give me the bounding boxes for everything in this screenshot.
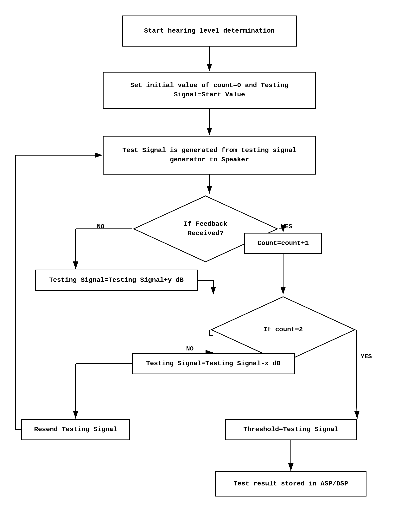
count2-text: If count=2 (263, 325, 303, 334)
no2-label: NO (186, 345, 194, 352)
yes1-label: YES (281, 223, 292, 230)
threshold-box: Threshold=Testing Signal (225, 419, 357, 440)
svg-line-13 (357, 407, 357, 419)
test-signal-label: Test Signal is generated from testing si… (107, 146, 311, 164)
start-box: Start hearing level determination (122, 15, 297, 46)
result-box: Test result stored in ASP/DSP (215, 471, 367, 496)
test-signal-minus-box: Testing Signal=Testing Signal-x dB (132, 353, 295, 374)
test-signal-box: Test Signal is generated from testing si… (103, 136, 316, 174)
resend-label: Resend Testing Signal (34, 425, 117, 434)
test-signal-minus-label: Testing Signal=Testing Signal-x dB (146, 359, 281, 368)
test-signal-plus-box: Testing Signal=Testing Signal+y dB (35, 270, 198, 291)
resend-box: Resend Testing Signal (21, 419, 130, 440)
threshold-label: Threshold=Testing Signal (243, 425, 338, 434)
count-plus1-box: Count=count+1 (244, 233, 322, 254)
flowchart: Start hearing level determination Set in… (0, 0, 420, 519)
count-plus1-label: Count=count+1 (257, 239, 309, 248)
init-box: Set initial value of count=0 and Testing… (103, 72, 316, 109)
feedback-text: If FeedbackReceived? (184, 219, 227, 238)
result-label: Test result stored in ASP/DSP (233, 479, 348, 489)
init-label: Set initial value of count=0 and Testing… (107, 81, 311, 99)
no1-label: NO (97, 223, 104, 230)
test-signal-plus-label: Testing Signal=Testing Signal+y dB (49, 276, 184, 285)
start-label: Start hearing level determination (144, 26, 275, 36)
yes2-label: YES (361, 353, 372, 360)
